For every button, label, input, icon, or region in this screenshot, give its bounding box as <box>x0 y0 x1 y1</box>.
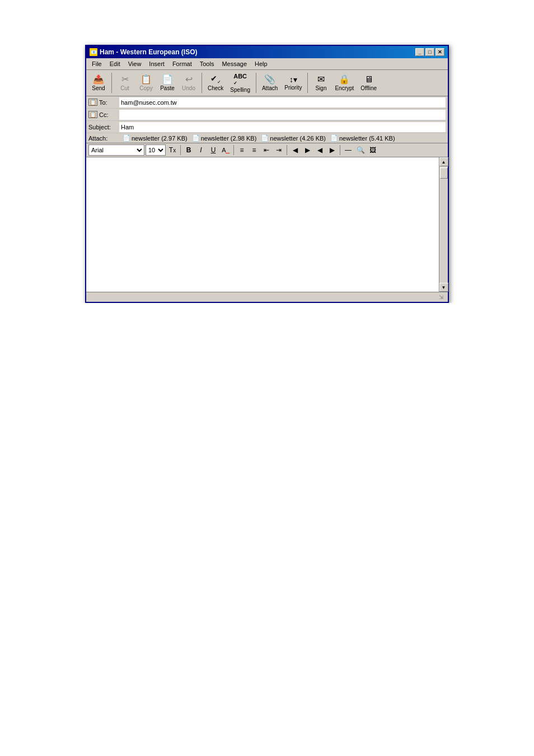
encrypt-button[interactable]: 🔒 Encrypt <box>332 71 357 95</box>
attachment-name-1: newsletter (2.97 KB) <box>132 135 188 142</box>
close-button[interactable]: ✕ <box>435 48 444 56</box>
menu-format[interactable]: Format <box>169 59 195 68</box>
increase-indent-button[interactable]: ⇥ <box>273 144 284 156</box>
scroll-up-arrow[interactable]: ▲ <box>439 157 448 166</box>
cc-input[interactable] <box>119 110 446 120</box>
offline-icon: 🖥 <box>364 75 373 84</box>
app-icon: 📧 <box>90 48 97 56</box>
spelling-button[interactable]: ABC✓ Spelling <box>227 71 253 95</box>
horizontal-rule-button[interactable]: — <box>343 144 354 156</box>
align-right-button[interactable]: ◀ <box>314 144 325 156</box>
decrease-indent-button[interactable]: ⇤ <box>261 144 272 156</box>
check-button[interactable]: ✔✓ Check <box>205 71 226 95</box>
send-icon: 📤 <box>93 75 104 84</box>
title-bar: 📧 Ham - Western European (ISO) _ □ ✕ <box>86 46 448 58</box>
unordered-list-button[interactable]: ≡ <box>236 144 247 156</box>
toolbar: 📤 Send ✂ Cut 📋 Copy 📄 Paste ↩ Undo ✔✓ Ch… <box>86 70 448 96</box>
undo-button[interactable]: ↩ Undo <box>179 71 199 95</box>
paste-icon: 📄 <box>162 75 173 84</box>
cut-icon: ✂ <box>121 75 129 84</box>
attachment-3: 📄 newsletter (4.26 KB) <box>261 134 326 142</box>
align-left-button[interactable]: ◀ <box>289 144 301 156</box>
resize-handle[interactable]: ⇲ <box>439 294 446 301</box>
attach-button[interactable]: 📎 Attach <box>259 71 280 95</box>
attach-icon: 📎 <box>264 75 275 84</box>
italic-button[interactable]: I <box>195 144 207 156</box>
to-label: 📋 To: <box>88 99 119 106</box>
to-row: 📋 To: <box>86 96 448 109</box>
email-compose-window: 📧 Ham - Western European (ISO) _ □ ✕ Fil… <box>85 45 449 303</box>
subject-input[interactable] <box>119 122 446 132</box>
send-button[interactable]: 📤 Send <box>88 71 109 95</box>
ordered-list-button[interactable]: ≡ <box>249 144 260 156</box>
attach-row: Attach: 📄 newsletter (2.97 KB) 📄 newslet… <box>86 133 448 143</box>
header-area: 📋 To: 📋 Cc: Subject: Attach: 📄 <box>86 96 448 143</box>
attachment-name-4: newsletter (5.41 KB) <box>339 135 395 142</box>
attachment-name-3: newsletter (4.26 KB) <box>270 135 326 142</box>
minimize-button[interactable]: _ <box>415 48 424 56</box>
subject-row: Subject: <box>86 121 448 133</box>
attachment-list: 📄 newsletter (2.97 KB) 📄 newsletter (2.9… <box>123 134 395 142</box>
insert-image-button[interactable]: 🖼 <box>367 144 378 156</box>
paste-button[interactable]: 📄 Paste <box>157 71 177 95</box>
attachment-1: 📄 newsletter (2.97 KB) <box>123 134 188 142</box>
menu-edit[interactable]: Edit <box>106 59 124 68</box>
window-title: Ham - Western European (ISO) <box>100 48 197 56</box>
to-input[interactable] <box>119 97 446 108</box>
cc-row: 📋 Cc: <box>86 109 448 121</box>
attachment-icon-2: 📄 <box>192 134 200 142</box>
spelling-icon: ABC✓ <box>233 73 247 86</box>
menu-bar: File Edit View Insert Format Tools Messa… <box>86 58 448 70</box>
menu-insert[interactable]: Insert <box>146 59 168 68</box>
compose-area-wrapper: ▲ ▼ <box>86 157 448 292</box>
toolbar-sep-3 <box>256 73 256 93</box>
attachment-2: 📄 newsletter (2.98 KB) <box>192 134 257 142</box>
scroll-thumb[interactable] <box>440 167 448 179</box>
menu-message[interactable]: Message <box>218 59 250 68</box>
align-center-button[interactable]: ▶ <box>302 144 313 156</box>
priority-button[interactable]: ↕▾ Priority <box>282 71 305 95</box>
cut-button[interactable]: ✂ Cut <box>115 71 135 95</box>
formatting-bar: Arial 10 Tx B I U A_ ≡ ≡ ⇤ ⇥ ◀ ▶ ◀ ▶ — 🔍… <box>86 143 448 157</box>
font-color-button[interactable]: A_ <box>220 144 231 156</box>
attachment-icon-4: 📄 <box>330 134 338 142</box>
sign-button[interactable]: ✉ Sign <box>311 71 331 95</box>
compose-textarea[interactable] <box>86 157 439 292</box>
subject-label: Subject: <box>88 124 119 130</box>
menu-help[interactable]: Help <box>251 59 271 68</box>
vertical-scrollbar[interactable]: ▲ ▼ <box>439 157 448 292</box>
insert-link-button[interactable]: 🔍 <box>355 144 366 156</box>
title-buttons: _ □ ✕ <box>415 48 444 56</box>
encrypt-icon: 🔒 <box>339 75 350 84</box>
offline-button[interactable]: 🖥 Offline <box>358 71 380 95</box>
attachment-icon-3: 📄 <box>261 134 269 142</box>
copy-button[interactable]: 📋 Copy <box>136 71 156 95</box>
scroll-down-arrow[interactable]: ▼ <box>439 283 448 292</box>
menu-tools[interactable]: Tools <box>196 59 218 68</box>
cc-label: 📋 Cc: <box>88 111 119 118</box>
sign-icon: ✉ <box>317 75 325 84</box>
fmt-sep-3 <box>287 145 287 155</box>
cc-field-icon: 📋 <box>88 111 97 118</box>
underline-button[interactable]: U <box>208 144 219 156</box>
toolbar-sep-1 <box>111 73 112 93</box>
attachment-4: 📄 newsletter (5.41 KB) <box>330 134 395 142</box>
fmt-sep-1 <box>180 145 181 155</box>
attachment-icon-1: 📄 <box>123 134 130 142</box>
check-icon: ✔✓ <box>210 74 221 85</box>
toolbar-sep-4 <box>307 73 308 93</box>
maximize-button[interactable]: □ <box>425 48 434 56</box>
priority-icon: ↕▾ <box>289 76 297 83</box>
toolbar-sep-2 <box>202 73 202 93</box>
attach-label: Attach: <box>88 135 119 142</box>
font-size-selector[interactable]: 10 <box>146 144 166 156</box>
menu-file[interactable]: File <box>88 59 105 68</box>
menu-view[interactable]: View <box>125 59 145 68</box>
bold-button[interactable]: B <box>183 144 194 156</box>
undo-icon: ↩ <box>185 75 193 84</box>
fmt-sep-4 <box>340 145 340 155</box>
copy-icon: 📋 <box>140 75 152 84</box>
align-justify-button[interactable]: ▶ <box>326 144 338 156</box>
font-selector[interactable]: Arial <box>88 144 144 156</box>
font-style-button[interactable]: Tx <box>167 144 178 156</box>
